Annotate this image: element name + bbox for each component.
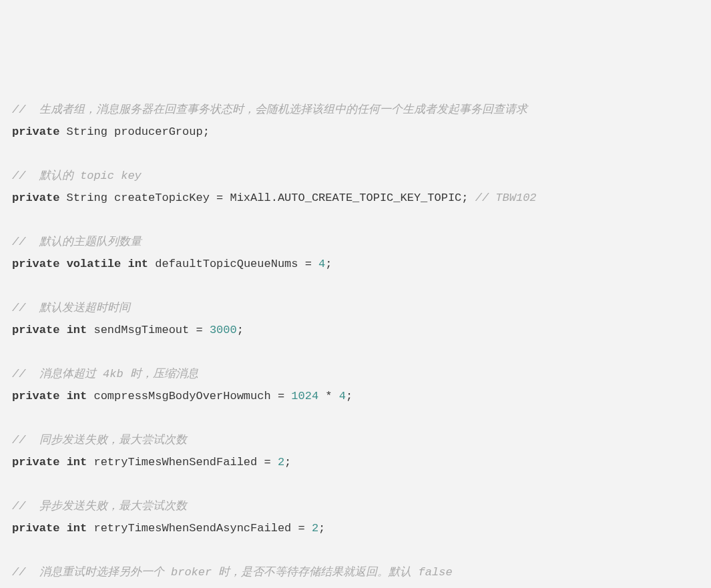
keyword-int: int [67, 522, 87, 535]
comment: // TBW102 [475, 192, 537, 204]
comment: // 生成者组，消息服务器在回查事务状态时，会随机选择该组中的任何一个生成者发起… [12, 103, 527, 116]
number-literal: 4 [339, 390, 346, 402]
code-text: String producerGroup; [59, 125, 209, 138]
keyword-private: private [12, 192, 59, 204]
comment: // 消息重试时选择另外一个 broker 时，是否不等待存储结果就返回。默认 … [12, 566, 453, 579]
keyword-private: private [12, 125, 59, 138]
code-text: ; [346, 390, 352, 402]
code-text: ; [284, 456, 291, 469]
comment: // 默认的主题队列数量 [12, 236, 142, 248]
keyword-private: private [12, 324, 59, 336]
comment: // 同步发送失败，最大尝试次数 [12, 434, 187, 447]
number-literal: 1024 [291, 390, 318, 402]
keyword-private: private [12, 522, 59, 535]
code-text: * [318, 390, 339, 402]
code-text: String createTopicKey = MixAll.AUTO_CREA… [59, 192, 475, 204]
code-text: ; [237, 324, 244, 336]
keyword-int: int [67, 390, 87, 402]
comment: // 异步发送失败，最大尝试次数 [12, 500, 187, 513]
number-literal: 2 [278, 456, 284, 469]
comment: // 默认的 topic key [12, 170, 142, 182]
code-text: sendMsgTimeout = [87, 324, 210, 336]
keyword-private: private [12, 456, 59, 469]
number-literal: 4 [318, 258, 325, 270]
keyword-private: private [12, 258, 59, 270]
keyword-volatile: volatile [67, 258, 122, 270]
keyword-int: int [67, 324, 87, 336]
code-text: ; [318, 522, 325, 535]
code-text: retryTimesWhenSendAsyncFailed = [87, 522, 312, 535]
keyword-int: int [67, 456, 87, 469]
number-literal: 2 [312, 522, 318, 535]
code-text: ; [325, 258, 332, 270]
keyword-private: private [12, 390, 59, 402]
comment: // 默认发送超时时间 [12, 302, 130, 314]
comment: // 消息体超过 4kb 时，压缩消息 [12, 368, 198, 380]
number-literal: 3000 [210, 324, 237, 336]
keyword-int: int [128, 258, 148, 270]
code-text: compressMsgBodyOverHowmuch = [87, 390, 291, 402]
code-text: retryTimesWhenSendFailed = [87, 456, 278, 469]
code-text: defaultTopicQueueNums = [148, 258, 318, 270]
